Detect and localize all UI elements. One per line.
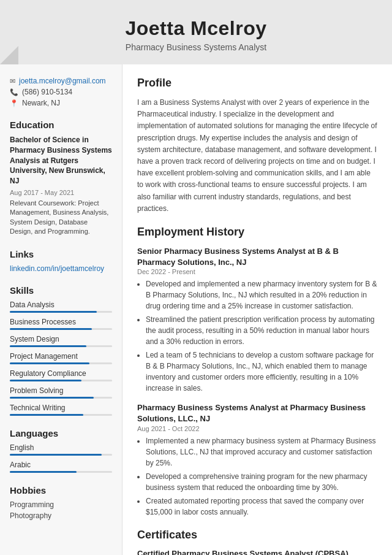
lang-bar-fill	[10, 454, 102, 456]
skill-label: System Design	[10, 335, 112, 343]
email-value: joetta.mcelroy@gmail.com	[19, 77, 106, 85]
skill-label: Business Processes	[10, 318, 112, 326]
certificates-title: Certificates	[137, 529, 377, 544]
skill-bar-fill	[10, 311, 97, 313]
hobby-programming: Programming	[10, 500, 112, 509]
job-1-bullet-0: Implemented a new pharmacy business syst…	[146, 435, 377, 469]
job-1-bullet-2: Created automated reporting process that…	[146, 496, 377, 518]
education-coursework: Relevant Coursework: Project Management,…	[10, 199, 112, 237]
contact-section: ✉ joetta.mcelroy@gmail.com 📞 (586) 910-5…	[10, 77, 112, 107]
education-section: Education Bachelor of Science in Pharmac…	[10, 120, 112, 237]
profile-title: Profile	[137, 77, 377, 92]
lang-bar-fill	[10, 471, 77, 473]
skill-label: Technical Writing	[10, 404, 112, 412]
email-item[interactable]: ✉ joetta.mcelroy@gmail.com	[10, 77, 112, 85]
job-0-title: Senior Pharmacy Business Systems Analyst…	[137, 246, 377, 268]
lang-label: English	[10, 443, 112, 452]
skill-regulatory-compliance: Regulatory Compliance	[10, 369, 112, 381]
skill-label: Regulatory Compliance	[10, 369, 112, 378]
profile-section: Profile I am a Business Systems Analyst …	[137, 77, 377, 215]
lang-label: Arabic	[10, 461, 112, 469]
job-1-dates: Aug 2021 - Oct 2022	[137, 425, 377, 432]
skill-technical-writing: Technical Writing	[10, 404, 112, 416]
skill-bar-bg	[10, 414, 112, 416]
education-degree: Bachelor of Science in Pharmacy Business…	[10, 135, 112, 186]
skill-bar-fill	[10, 380, 81, 381]
job-1: Pharmacy Business Systems Analyst at Pha…	[137, 402, 377, 517]
skill-data-analysis: Data Analysis	[10, 300, 112, 313]
email-icon: ✉	[10, 77, 15, 85]
job-0-bullet-0: Developed and implemented a new pharmacy…	[146, 278, 377, 312]
skill-bar-fill	[10, 397, 94, 399]
skill-bar-bg	[10, 311, 112, 313]
skill-bar-fill	[10, 362, 89, 364]
skill-project-management: Project Management	[10, 352, 112, 364]
skill-bar-fill	[10, 345, 86, 347]
job-0-bullets: Developed and implemented a new pharmacy…	[137, 278, 377, 394]
skill-business-processes: Business Processes	[10, 318, 112, 330]
job-1-title: Pharmacy Business Systems Analyst at Pha…	[137, 402, 377, 424]
location-value: Newark, NJ	[22, 99, 60, 107]
job-0: Senior Pharmacy Business Systems Analyst…	[137, 246, 377, 394]
phone-icon: 📞	[10, 88, 18, 96]
skill-label: Problem Solving	[10, 386, 112, 395]
main-content: Profile I am a Business Systems Analyst …	[123, 64, 392, 555]
skill-bar-fill	[10, 328, 92, 330]
skill-system-design: System Design	[10, 335, 112, 347]
resume-header: Joetta Mcelroy Pharmacy Business Systems…	[0, 0, 392, 64]
job-0-bullet-1: Streamlined the patient prescription ver…	[146, 314, 377, 347]
linkedin-url: linkedin.com/in/joettamcelroy	[10, 264, 104, 273]
skills-section: Skills Data Analysis Business Processes …	[10, 285, 112, 416]
candidate-name: Joetta Mcelroy	[12, 17, 380, 40]
skill-bar-bg	[10, 397, 112, 399]
cert-0: Certified Pharmacy Business Systems Anal…	[137, 549, 377, 555]
resume-container: Joetta Mcelroy Pharmacy Business Systems…	[0, 0, 392, 555]
skill-label: Project Management	[10, 352, 112, 361]
linkedin-link[interactable]: linkedin.com/in/joettamcelroy	[10, 264, 112, 273]
skills-label: Skills	[10, 285, 112, 296]
resume-body: ✉ joetta.mcelroy@gmail.com 📞 (586) 910-5…	[0, 64, 392, 555]
skill-bar-bg	[10, 380, 112, 381]
education-label: Education	[10, 120, 112, 130]
skill-bar-bg	[10, 345, 112, 347]
job-1-bullet-1: Developed a comprehensive training progr…	[146, 471, 377, 493]
job-0-dates: Dec 2022 - Present	[137, 268, 377, 275]
job-1-bullets: Implemented a new pharmacy business syst…	[137, 435, 377, 518]
education-dates: Aug 2017 - May 2021	[10, 189, 112, 196]
cert-0-name: Certified Pharmacy Business Systems Anal…	[137, 549, 377, 555]
candidate-title: Pharmacy Business Systems Analyst	[12, 42, 380, 52]
lang-bar-bg	[10, 454, 112, 456]
links-section: Links linkedin.com/in/joettamcelroy	[10, 249, 112, 273]
certificates-section: Certificates Certified Pharmacy Business…	[137, 529, 377, 555]
links-label: Links	[10, 249, 112, 259]
job-0-bullet-2: Led a team of 5 technicians to develop a…	[146, 350, 377, 394]
hobbies-section: Hobbies Programming Photography	[10, 485, 112, 520]
languages-section: Languages English Arabic	[10, 428, 112, 473]
employment-title: Employment History	[137, 226, 377, 241]
lang-english: English	[10, 443, 112, 456]
employment-section: Employment History Senior Pharmacy Busin…	[137, 226, 377, 518]
phone-value: (586) 910-5134	[22, 88, 72, 96]
hobbies-label: Hobbies	[10, 485, 112, 496]
languages-label: Languages	[10, 428, 112, 438]
hobby-photography: Photography	[10, 511, 112, 520]
lang-arabic: Arabic	[10, 461, 112, 473]
skill-bar-bg	[10, 328, 112, 330]
phone-item: 📞 (586) 910-5134	[10, 88, 112, 96]
skill-problem-solving: Problem Solving	[10, 386, 112, 399]
location-icon: 📍	[10, 99, 18, 107]
skill-bar-fill	[10, 414, 83, 416]
profile-text: I am a Business Systems Analyst with ove…	[137, 97, 377, 215]
header-decoration	[0, 46, 18, 64]
skill-bar-bg	[10, 362, 112, 364]
location-item: 📍 Newark, NJ	[10, 99, 112, 107]
sidebar: ✉ joetta.mcelroy@gmail.com 📞 (586) 910-5…	[0, 64, 123, 555]
lang-bar-bg	[10, 471, 112, 473]
skill-label: Data Analysis	[10, 300, 112, 309]
